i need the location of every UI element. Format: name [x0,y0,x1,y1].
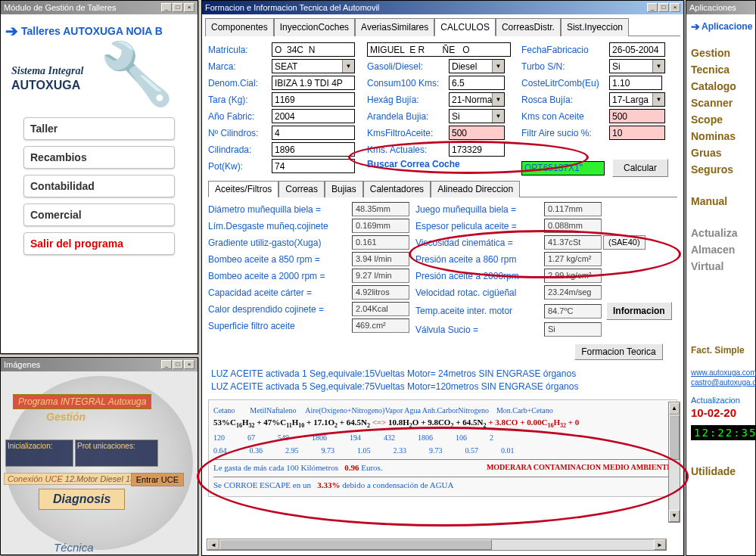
link-email[interactable]: castro@autoxuga.com [691,378,751,387]
link-web[interactable]: www.autoxuga.com [691,368,751,377]
titlebar-left[interactable]: Módulo de Gestión de Talleres _ □ × [1,1,198,14]
r-almacen[interactable]: Almacen [691,241,751,258]
tab-componentes[interactable]: Componentes [205,18,274,36]
tara-input[interactable] [272,92,355,107]
menu-recambios[interactable]: Recambios [23,146,175,169]
calcular-button[interactable]: Calcular [612,159,668,177]
minimize-icon[interactable]: _ [161,3,172,12]
r-fact[interactable]: Fact. Simple [691,343,751,358]
matricula-label: Matrícula: [208,45,270,55]
buscar-input[interactable] [521,161,605,175]
close-icon[interactable]: × [670,3,680,12]
matricula-input[interactable] [272,42,355,57]
r-tecnica[interactable]: Tecnica [691,61,751,78]
r-virtual[interactable]: Virtual [691,258,751,275]
turbo-select[interactable] [609,59,665,73]
calor-label: Calor desprendido cojinete = [208,304,350,315]
r-util[interactable]: Utilidade [691,463,751,480]
ano-input[interactable] [272,109,355,123]
entrar-uce-button[interactable]: Entrar UCE [131,473,184,486]
scroll-h-thumb[interactable] [219,539,492,550]
arand-select[interactable] [449,109,505,123]
r-seguros[interactable]: Seguros [691,161,751,178]
scroll-left-icon[interactable]: ◄ [207,539,219,550]
close-icon[interactable]: × [184,3,194,12]
actu-label: Actualizacion [691,396,751,405]
gasta-line: Le gasta de más cada 100 Kilómetros 0.96… [213,459,672,474]
subtab-aceites[interactable]: Aceites/Filtros [208,181,278,197]
scrollbar-horizontal[interactable]: ◄ ► [207,539,667,551]
esp-value: 0.088mm [544,219,602,233]
cons-input[interactable] [449,76,505,90]
scroll-thumb[interactable] [669,415,680,460]
hexag-select[interactable] [449,92,505,107]
formacion-button[interactable]: Formacion Teorica [574,343,662,360]
marca-select[interactable] [272,59,355,73]
tab-averias[interactable]: AveriasSimilares [355,18,434,36]
filtaire-input[interactable] [609,126,665,140]
kmsact-input[interactable] [449,142,505,157]
maximize-icon[interactable]: □ [658,3,669,12]
tab-calculos[interactable]: CALCULOS [434,18,496,36]
menu-contabilidad[interactable]: Contabilidad [23,175,175,197]
menu-salir[interactable]: Salir del programa [23,232,175,255]
coste-input[interactable] [609,76,662,90]
titlebar-images[interactable]: Imágenes _ □ × [1,358,198,371]
kmsfiltro-input[interactable] [449,126,505,140]
arand-label: Arandela Bujia: [367,111,447,122]
gasdi-select[interactable] [449,59,505,73]
actu-date: 10-02-20 [691,406,751,419]
r-actualiza[interactable]: Actualiza [691,225,751,241]
titlebar-right[interactable]: Aplicaciones [686,1,755,14]
close-icon[interactable]: × [184,360,194,369]
subtab-calent[interactable]: Calentadores [363,181,431,197]
menu-comercial[interactable]: Comercial [23,203,175,226]
denom-input[interactable] [272,76,355,90]
scrollbar-vertical[interactable]: ▲ ▼ [668,402,680,523]
maximize-icon[interactable]: □ [173,360,183,369]
tab-inyeccion[interactable]: InyeccionCoches [274,18,355,36]
minimize-icon[interactable]: _ [647,3,658,12]
subtab-bujias[interactable]: Bujias [325,181,363,197]
tab-sist[interactable]: Sist.Inyeccion [561,18,629,36]
temp-label: Temp.aceite inter. motor [415,306,543,316]
nombre-input[interactable] [367,42,511,57]
scroll-right-icon[interactable]: ► [654,539,666,550]
scroll-up-icon[interactable]: ▲ [669,402,680,415]
chem-nums1: 12067549180619443218061062 [213,432,672,443]
subtab-alin[interactable]: Alineado Direccion [431,181,520,197]
cilind-input[interactable] [272,142,355,157]
menu-taller[interactable]: Taller [23,117,175,140]
kmsact-label: Kms. Actuales: [367,144,447,155]
init-box: Inicializacion: [5,440,73,467]
p860-value: 1.27 kg/cm² [544,252,602,266]
titlebar-main[interactable]: Formacion e Informacion Tecnica del Auto… [202,1,683,14]
minimize-icon[interactable]: _ [161,360,172,369]
r-nominas[interactable]: Nominas [691,128,751,144]
fechafab-input[interactable] [609,42,665,57]
valv-value: Si [544,322,602,337]
kmsac-input[interactable] [609,109,665,123]
r-manual[interactable]: Manual [691,193,751,210]
visc-value: 41.37cSt [544,235,602,250]
scroll-down-icon[interactable]: ▼ [669,510,680,522]
titlebar-right-text: Aplicaciones [689,3,736,12]
pot-input[interactable] [272,159,355,173]
r-scanner[interactable]: Scanner [691,95,751,111]
marca-label: Marca: [208,61,270,72]
subtab-correas[interactable]: Correas [278,181,325,197]
gestion-label: Gestión [46,411,86,423]
r-catalogo[interactable]: Catalogo [691,78,751,95]
r-gestion[interactable]: Gestion [691,45,751,61]
maximize-icon[interactable]: □ [173,3,183,12]
sub-tabs: Aceites/Filtros Correas Bujias Calentado… [208,180,677,197]
rosca-select[interactable] [609,92,665,107]
valv-label: Válvula Sucio = [415,325,543,335]
r-scope[interactable]: Scope [691,111,751,128]
tab-correas[interactable]: CorreasDistr. [496,18,561,36]
main-tabs: Componentes InyeccionCoches AveriasSimil… [205,17,680,36]
vel-label: Velocidad rotac. cigüeñal [415,287,543,298]
informacion-button[interactable]: Informacion [606,302,672,320]
r-gruas[interactable]: Gruas [691,144,751,161]
cil-input[interactable] [272,126,355,140]
